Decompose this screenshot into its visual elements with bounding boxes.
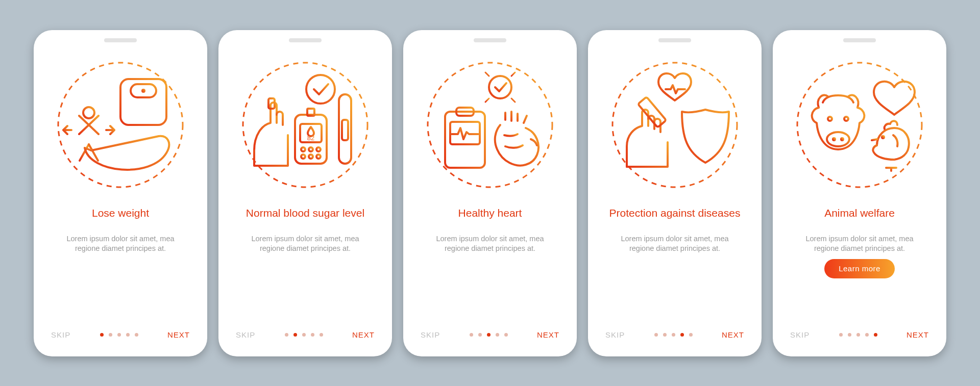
dot-1[interactable] [839,333,843,337]
pagination-dots [285,333,323,337]
screen-title: Normal blood sugar level [236,200,375,227]
svg-line-44 [511,98,515,102]
dot-3[interactable] [672,333,675,337]
svg-point-19 [306,75,335,104]
dot-1[interactable] [100,333,104,337]
phone-speaker [104,38,137,42]
next-button[interactable]: NEXT [722,330,744,339]
skip-button[interactable]: SKIP [236,330,255,339]
screen-body: Lorem ipsum dolor sit amet, mea regione … [412,234,568,325]
screen-title: Animal welfare [814,200,905,227]
skip-button[interactable]: SKIP [605,330,625,339]
pagination-dots [470,333,508,337]
svg-point-25 [309,147,313,151]
svg-line-55 [635,92,639,96]
blood-sugar-icon: 82 [239,59,372,191]
svg-point-27 [301,155,305,159]
onboarding-nav: SKIP NEXT [228,325,383,351]
onboarding-nav: SKIP NEXT [43,325,198,351]
svg-line-60 [653,115,656,117]
onboarding-screen-blood-sugar: 82 Normal blood sugar level Lorem ipsum … [218,30,392,356]
dot-4[interactable] [680,333,684,337]
svg-line-71 [872,139,877,140]
dot-2[interactable] [663,333,667,337]
screen-body-text: Lorem ipsum dolor sit amet, mea regione … [805,235,913,253]
svg-point-67 [828,117,832,121]
svg-point-26 [316,147,321,151]
dot-3[interactable] [302,333,306,337]
svg-point-64 [827,132,849,146]
dot-4[interactable] [126,333,130,337]
skip-button[interactable]: SKIP [790,330,810,339]
onboarding-nav: SKIP NEXT [412,325,568,351]
svg-point-28 [309,155,313,159]
dot-3[interactable] [487,333,491,337]
next-button[interactable]: NEXT [167,330,190,339]
svg-rect-31 [339,94,351,164]
pagination-dots [839,333,877,337]
svg-point-68 [844,117,848,121]
svg-point-51 [612,63,737,187]
svg-line-59 [650,111,653,113]
dot-2[interactable] [478,333,482,337]
skip-button[interactable]: SKIP [51,330,70,339]
glucose-value: 82 [307,134,314,142]
dot-1[interactable] [654,333,658,337]
onboarding-screen-animal-welfare: Animal welfare Lorem ipsum dolor sit ame… [773,30,946,356]
protection-diseases-icon [608,59,741,191]
dot-2[interactable] [848,333,851,337]
next-button[interactable]: NEXT [537,330,559,339]
svg-point-29 [316,155,321,159]
dot-4[interactable] [496,333,499,337]
dot-2[interactable] [109,333,112,337]
dot-5[interactable] [320,333,323,337]
svg-line-41 [485,72,489,76]
screen-title: Lose weight [82,200,159,227]
dot-4[interactable] [865,333,869,337]
onboarding-screen-lose-weight: Lose weight Lorem ipsum dolor sit amet, … [34,30,207,356]
dot-1[interactable] [285,333,288,337]
svg-point-24 [301,147,305,151]
pagination-dots [100,333,138,337]
screen-body: Lorem ipsum dolor sit amet, mea regione … [43,234,198,325]
lose-weight-icon [54,59,187,191]
next-button[interactable]: NEXT [906,330,929,339]
phone-speaker [843,38,876,42]
next-button[interactable]: NEXT [352,330,375,339]
screen-body: Lorem ipsum dolor sit amet, mea regione … [597,234,752,325]
dot-2[interactable] [293,333,297,337]
healthy-heart-icon [424,59,556,191]
onboarding-nav: SKIP NEXT [597,325,752,351]
dot-1[interactable] [470,333,473,337]
screen-body: Lorem ipsum dolor sit amet, mea regione … [782,234,937,325]
svg-rect-33 [342,120,348,140]
svg-line-43 [485,98,489,102]
dot-3[interactable] [117,333,121,337]
skip-button[interactable]: SKIP [421,330,440,339]
svg-point-36 [489,76,511,98]
onboarding-screen-healthy-heart: Healthy heart Lorem ipsum dolor sit amet… [403,30,577,356]
dot-5[interactable] [689,333,693,337]
svg-point-65 [833,138,835,140]
screen-body: Lorem ipsum dolor sit amet, mea regione … [228,234,383,325]
phone-speaker [658,38,691,42]
svg-line-42 [511,72,515,76]
svg-line-57 [663,124,669,132]
svg-point-70 [882,136,884,138]
svg-point-66 [841,138,843,140]
svg-point-5 [83,107,94,118]
dot-5[interactable] [504,333,508,337]
phone-speaker [289,38,322,42]
onboarding-screen-protection: Protection against diseases Lorem ipsum … [588,30,762,356]
screen-title: Protection against diseases [599,200,751,227]
dot-5[interactable] [874,333,877,337]
dot-5[interactable] [135,333,138,337]
onboarding-nav: SKIP NEXT [782,325,937,351]
phone-speaker [474,38,506,42]
dot-4[interactable] [311,333,314,337]
dot-3[interactable] [856,333,860,337]
animal-welfare-icon [793,59,926,191]
screen-title: Healthy heart [448,200,532,227]
learn-more-button[interactable]: Learn more [824,259,895,278]
pagination-dots [654,333,693,337]
